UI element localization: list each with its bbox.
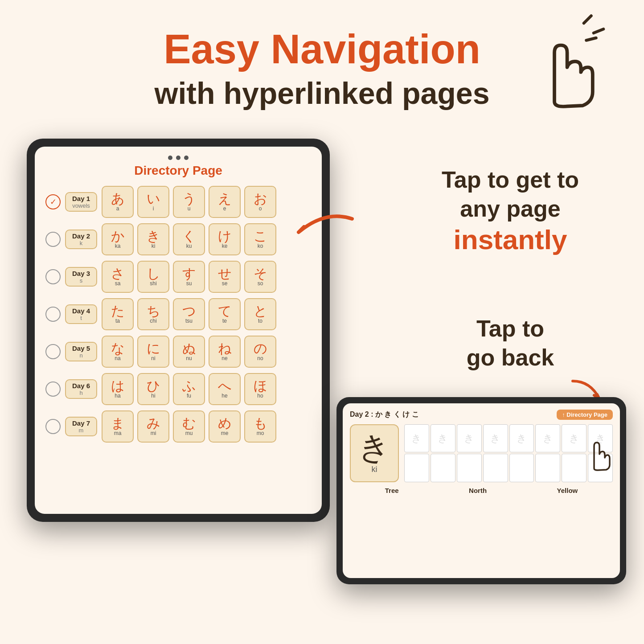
kana-cell[interactable]: えe: [209, 186, 241, 218]
directory-row: Day 4tたtaちchiつtsuてteとto: [45, 298, 311, 330]
directory-rows: ✓Day 1vowelsあaいiうuえeおoDay 2kかkaきkiくkuけke…: [45, 186, 311, 443]
kana-cell[interactable]: そso: [244, 261, 276, 293]
kana-cell[interactable]: まma: [102, 410, 134, 443]
kana-grid: あaいiうuえeおo: [102, 186, 276, 218]
day-box[interactable]: Day 1vowels: [65, 192, 97, 212]
kana-cell[interactable]: つtsu: [173, 298, 205, 330]
camera-dot: [176, 156, 180, 160]
header-subtitle: with hyperlinked pages: [0, 75, 644, 112]
kana-cell[interactable]: しshi: [137, 261, 169, 293]
day-box[interactable]: Day 5n: [65, 342, 97, 361]
secondary-tablet: Day 2 : か き く け こ ↑ Directory Page き ki …: [336, 397, 626, 584]
trace-cell: き: [404, 424, 429, 453]
kana-cell[interactable]: さsa: [102, 261, 134, 293]
kana-cell[interactable]: ぬnu: [173, 336, 205, 368]
trace-cell: [457, 454, 482, 482]
vocab-row: TreeNorthYellow: [350, 487, 613, 494]
trace-cell: き: [483, 424, 508, 453]
kana-cell[interactable]: かka: [102, 223, 134, 255]
kana-cell[interactable]: にni: [137, 336, 169, 368]
kana-grid: はhaひhiふfuへheほho: [102, 373, 276, 405]
instantly-label: instantly: [403, 223, 617, 256]
kana-cell[interactable]: ひhi: [137, 373, 169, 405]
secondary-day-label: Day 2 : か き く け こ: [350, 410, 419, 419]
main-tablet: Directory Page ✓Day 1vowelsあaいiうuえeおoDay…: [27, 139, 330, 522]
row-checkbox[interactable]: ✓: [45, 194, 61, 209]
row-checkbox[interactable]: [45, 419, 61, 434]
row-checkbox[interactable]: [45, 381, 61, 397]
vocab-item: Tree: [385, 487, 399, 494]
trace-cell: [431, 454, 455, 482]
kana-cell[interactable]: なna: [102, 336, 134, 368]
kana-cell[interactable]: てte: [209, 298, 241, 330]
camera-area: [45, 156, 311, 160]
directory-row: Day 3sさsaしshiすsuせseそso: [45, 261, 311, 293]
kana-cell[interactable]: ふfu: [173, 373, 205, 405]
kana-grid: まmaみmiむmuめmeもmo: [102, 410, 276, 443]
kana-cell[interactable]: みmi: [137, 410, 169, 443]
day-box[interactable]: Day 3s: [65, 267, 97, 287]
tap-label-line2: any page: [403, 194, 617, 223]
big-kana-char: き: [358, 432, 390, 463]
header-title: Easy Navigation: [0, 27, 644, 72]
tap-label-line1: Tap to get to: [403, 165, 617, 194]
main-tablet-screen: Directory Page ✓Day 1vowelsあaいiうuえeおoDay…: [35, 147, 322, 514]
kana-cell[interactable]: すsu: [173, 261, 205, 293]
camera-dot: [168, 156, 172, 160]
directory-row: Day 2kかkaきkiくkuけkeこko: [45, 223, 311, 255]
go-back-line2: go back: [403, 343, 617, 372]
kana-cell[interactable]: とto: [244, 298, 276, 330]
arrow-to-tablet: [272, 205, 361, 252]
trace-cell: き: [509, 424, 534, 453]
kana-cell[interactable]: もmo: [244, 410, 276, 443]
kana-cell[interactable]: たta: [102, 298, 134, 330]
kana-grid: たtaちchiつtsuてteとto: [102, 298, 276, 330]
trace-cell: き: [457, 424, 482, 453]
go-back-line1: Tap to: [403, 314, 617, 343]
day-box[interactable]: Day 2k: [65, 230, 97, 249]
trace-cell: [404, 454, 429, 482]
right-labels: Tap to get to any page instantly Tap to …: [403, 165, 617, 414]
kana-cell[interactable]: むmu: [173, 410, 205, 443]
directory-btn[interactable]: ↑ Directory Page: [557, 410, 613, 420]
kana-cell[interactable]: けke: [209, 223, 241, 255]
kana-cell[interactable]: きki: [137, 223, 169, 255]
kana-cell[interactable]: めme: [209, 410, 241, 443]
kana-cell[interactable]: いi: [137, 186, 169, 218]
tap-cursor-icon: [577, 433, 613, 475]
kana-cell[interactable]: くku: [173, 223, 205, 255]
kana-cell[interactable]: ねne: [209, 336, 241, 368]
row-checkbox[interactable]: [45, 344, 61, 359]
day-box[interactable]: Day 4t: [65, 304, 97, 324]
directory-row: Day 5nなnaにniぬnuねneのno: [45, 336, 311, 368]
kana-grid: なnaにniぬnuねneのno: [102, 336, 276, 368]
directory-row: Day 7mまmaみmiむmuめmeもmo: [45, 410, 311, 443]
directory-row: ✓Day 1vowelsあaいiうuえeおo: [45, 186, 311, 218]
secondary-header: Day 2 : か き く け こ ↑ Directory Page: [350, 410, 613, 420]
row-checkbox[interactable]: [45, 307, 61, 322]
trace-cell: き: [431, 424, 455, 453]
kana-cell[interactable]: のno: [244, 336, 276, 368]
row-checkbox[interactable]: [45, 269, 61, 284]
vocab-item: North: [469, 487, 487, 494]
header: Easy Navigation with hyperlinked pages: [0, 0, 644, 112]
kana-cell[interactable]: あa: [102, 186, 134, 218]
day-box[interactable]: Day 6h: [65, 379, 97, 399]
tablets-area: Directory Page ✓Day 1vowelsあaいiうuえeおoDay…: [0, 139, 644, 584]
kana-cell[interactable]: へhe: [209, 373, 241, 405]
kana-cell[interactable]: せse: [209, 261, 241, 293]
directory-row: Day 6hはhaひhiふfuへheほho: [45, 373, 311, 405]
big-kana-box: き ki: [350, 424, 399, 482]
kana-cell[interactable]: ほho: [244, 373, 276, 405]
kana-cell[interactable]: うu: [173, 186, 205, 218]
directory-title: Directory Page: [45, 164, 311, 178]
big-kana-roma: ki: [372, 465, 377, 474]
row-checkbox[interactable]: [45, 232, 61, 247]
kana-cell[interactable]: はha: [102, 373, 134, 405]
day-box[interactable]: Day 7m: [65, 417, 97, 436]
kana-cell[interactable]: ちchi: [137, 298, 169, 330]
camera-dot: [184, 156, 189, 160]
vocab-item: Yellow: [557, 487, 578, 494]
secondary-tablet-screen: Day 2 : か き く け こ ↑ Directory Page き ki …: [343, 403, 620, 578]
kana-grid: かkaきkiくkuけkeこko: [102, 223, 276, 255]
